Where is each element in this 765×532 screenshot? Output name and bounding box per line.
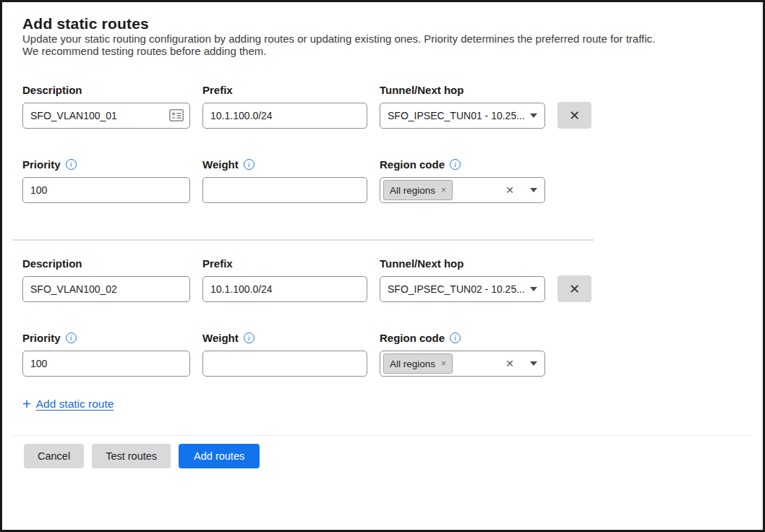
recommendation-text: We recommend testing routes before addin… — [22, 45, 743, 57]
region-tag: All regions × — [383, 180, 453, 200]
tunnel-select[interactable]: SFO_IPSEC_TUN01 - 10.25... — [380, 103, 545, 129]
tunnel-field: Tunnel/Next hop SFO_IPSEC_TUN01 - 10.25.… — [380, 83, 545, 129]
page-title: Add static routes — [22, 15, 743, 33]
info-icon[interactable]: i — [66, 159, 77, 170]
info-icon[interactable]: i — [450, 332, 461, 343]
weight-input[interactable] — [202, 177, 367, 203]
region-multiselect[interactable]: All regions × ✕ — [380, 177, 545, 203]
tunnel-next-hop-label: Tunnel/Next hop — [380, 83, 545, 97]
priority-input[interactable] — [22, 351, 190, 377]
info-icon[interactable]: i — [244, 159, 255, 170]
region-code-label: Region code — [380, 331, 445, 345]
tunnel-next-hop-label: Tunnel/Next hop — [380, 257, 545, 270]
plus-icon: + — [22, 397, 31, 411]
info-icon[interactable]: i — [66, 332, 77, 343]
description-input[interactable] — [22, 276, 190, 302]
remove-route-button[interactable]: ✕ — [557, 102, 591, 129]
add-static-routes-dialog: Add static routes Update your static rou… — [0, 0, 765, 532]
add-static-route-link[interactable]: Add static route — [36, 398, 114, 411]
description-label: Description — [22, 257, 190, 270]
close-icon: ✕ — [569, 282, 580, 296]
weight-field: Weight i — [202, 331, 367, 377]
route-section-1: Description Prefix — [22, 83, 743, 203]
contact-card-icon[interactable] — [169, 109, 184, 121]
description-field: Description — [22, 83, 190, 129]
region-multiselect[interactable]: All regions × ✕ — [380, 351, 545, 377]
priority-label: Priority — [22, 331, 61, 345]
close-icon: ✕ — [569, 108, 580, 123]
tunnel-select[interactable]: SFO_IPSEC_TUN02 - 10.25... — [380, 276, 545, 302]
weight-label: Weight — [202, 158, 239, 171]
chevron-down-icon — [530, 361, 537, 366]
tag-remove-icon[interactable]: × — [441, 186, 446, 194]
cancel-button[interactable]: Cancel — [24, 444, 84, 468]
prefix-input[interactable] — [202, 276, 367, 302]
info-icon[interactable]: i — [450, 159, 461, 170]
prefix-label: Prefix — [202, 257, 367, 270]
region-code-label: Region code — [380, 158, 445, 171]
tunnel-field: Tunnel/Next hop SFO_IPSEC_TUN02 - 10.25.… — [380, 257, 545, 302]
prefix-input[interactable] — [202, 103, 367, 129]
remove-route-button[interactable]: ✕ — [557, 275, 591, 302]
section-divider — [13, 239, 594, 241]
tunnel-select-value: SFO_IPSEC_TUN01 - 10.25... — [388, 110, 524, 121]
prefix-label: Prefix — [202, 83, 367, 97]
chevron-down-icon — [530, 287, 537, 291]
weight-label: Weight — [202, 331, 239, 345]
route-section-2: Description Prefix Tunnel/Next hop SFO_I… — [22, 257, 743, 377]
intro-text: Update your static routing configuration… — [22, 33, 743, 45]
chevron-down-icon — [530, 113, 537, 118]
priority-field: Priority i — [22, 331, 190, 377]
prefix-field: Prefix — [202, 257, 367, 302]
footer-actions: Cancel Test routes Add routes — [22, 436, 743, 468]
add-routes-button[interactable]: Add routes — [179, 444, 260, 468]
description-input[interactable] — [22, 103, 190, 129]
region-tag-label: All regions — [390, 185, 435, 196]
region-tag: All regions × — [383, 353, 453, 374]
tag-remove-icon[interactable]: × — [441, 359, 446, 368]
priority-label: Priority — [22, 158, 61, 171]
priority-field: Priority i — [22, 158, 190, 203]
test-routes-button[interactable]: Test routes — [92, 444, 171, 468]
prefix-field: Prefix — [202, 83, 367, 129]
clear-icon[interactable]: ✕ — [505, 359, 514, 369]
region-code-field: Region code i All regions × ✕ — [380, 158, 545, 203]
clear-icon[interactable]: ✕ — [505, 185, 514, 195]
chevron-down-icon — [530, 188, 537, 192]
info-icon[interactable]: i — [244, 332, 255, 343]
description-field: Description — [22, 257, 190, 302]
region-code-field: Region code i All regions × ✕ — [380, 331, 545, 377]
weight-field: Weight i — [202, 158, 367, 203]
weight-input[interactable] — [202, 351, 367, 377]
region-tag-label: All regions — [390, 359, 435, 369]
tunnel-select-value: SFO_IPSEC_TUN02 - 10.25... — [388, 283, 524, 295]
description-label: Description — [22, 83, 190, 97]
priority-input[interactable] — [22, 177, 190, 203]
